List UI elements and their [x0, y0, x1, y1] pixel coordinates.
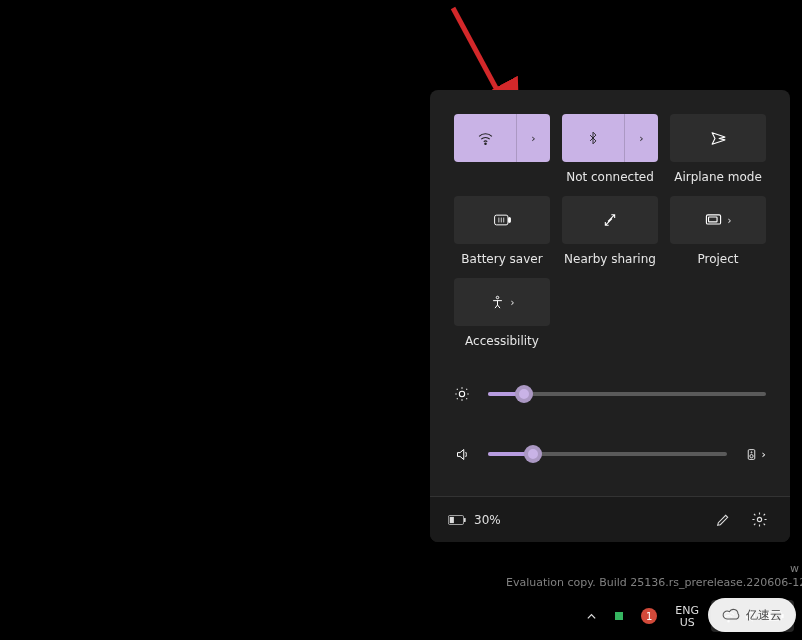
tray-overflow-button[interactable]: [580, 600, 603, 632]
accessibility-tile[interactable]: ›: [454, 278, 550, 326]
brightness-slider[interactable]: [488, 392, 766, 396]
svg-point-1: [484, 143, 485, 144]
quick-settings-tiles: ››Not connectedAirplane modeBattery save…: [454, 114, 766, 350]
chevron-up-icon: [586, 611, 597, 622]
wifi-toggle[interactable]: [454, 130, 516, 147]
chevron-right-icon: ›: [531, 132, 535, 145]
quick-settings-footer: 30%: [430, 496, 790, 542]
desktop-text-fragment: w: [790, 562, 799, 575]
volume-slider-row: ›: [454, 436, 766, 472]
taskbar: 1 ENG US: [0, 592, 802, 640]
nearby-label: Nearby sharing: [564, 252, 656, 268]
accessibility-label: Accessibility: [465, 334, 539, 350]
wifi-icon: [477, 130, 494, 147]
wifi-tile[interactable]: ›: [454, 114, 550, 162]
chevron-right-icon: ›: [728, 215, 732, 226]
chevron-right-icon: ›: [762, 448, 766, 461]
watermark-text: 亿速云: [746, 607, 782, 624]
evaluation-copy-text: Evaluation copy. Build 25136.rs_prerelea…: [506, 576, 802, 589]
project-label: Project: [697, 252, 738, 268]
svg-point-6: [496, 296, 499, 299]
airplane-mode-tile[interactable]: [670, 114, 766, 162]
svg-point-7: [459, 391, 464, 396]
brightness-slider-row: [454, 376, 766, 412]
language-top: ENG: [675, 605, 699, 616]
volume-slider[interactable]: [488, 452, 727, 456]
nearby-sharing-icon: [602, 212, 618, 228]
language-bottom: US: [680, 617, 695, 628]
chevron-right-icon: ›: [511, 297, 515, 308]
bluetooth-label: Not connected: [566, 170, 654, 186]
airplane-icon: [710, 130, 727, 147]
battery-saver-label: Battery saver: [461, 252, 542, 268]
bluetooth-tile[interactable]: ›: [562, 114, 658, 162]
alert-badge-icon: 1: [641, 608, 657, 624]
edit-quick-settings-button[interactable]: [710, 507, 736, 533]
bluetooth-expand-button[interactable]: ›: [624, 114, 658, 162]
pencil-icon: [715, 512, 731, 528]
svg-rect-12: [464, 517, 466, 521]
tray-security-icon[interactable]: 1: [635, 600, 663, 632]
battery-percent-text: 30%: [474, 513, 501, 527]
svg-point-10: [751, 451, 752, 452]
cloud-icon: [722, 608, 742, 622]
svg-point-9: [749, 454, 752, 457]
bluetooth-icon: [586, 130, 600, 146]
brightness-icon: [454, 386, 470, 402]
project-tile[interactable]: ›: [670, 196, 766, 244]
language-button[interactable]: ENG US: [669, 600, 705, 632]
airplane-label: Airplane mode: [674, 170, 762, 186]
nvidia-icon: [615, 612, 623, 620]
settings-button[interactable]: [746, 507, 772, 533]
quick-settings-panel: ››Not connectedAirplane modeBattery save…: [430, 90, 790, 542]
svg-rect-13: [450, 516, 454, 522]
audio-output-button[interactable]: ›: [745, 447, 766, 462]
wifi-expand-button[interactable]: ›: [516, 114, 550, 162]
volume-icon: [454, 447, 470, 462]
battery-icon: [448, 514, 466, 526]
project-icon: [705, 213, 722, 228]
svg-rect-3: [508, 218, 510, 223]
accessibility-icon: [490, 294, 505, 311]
gear-icon: [751, 511, 768, 528]
battery-saver-icon: [494, 213, 511, 227]
bluetooth-toggle[interactable]: [562, 130, 624, 146]
battery-status[interactable]: 30%: [448, 513, 501, 527]
tray-nvidia-icon[interactable]: [609, 600, 629, 632]
battery-saver-tile[interactable]: [454, 196, 550, 244]
svg-point-14: [757, 517, 761, 521]
watermark-badge: 亿速云: [708, 598, 796, 632]
nearby-sharing-tile[interactable]: [562, 196, 658, 244]
chevron-right-icon: ›: [639, 132, 643, 145]
svg-rect-5: [708, 216, 717, 221]
